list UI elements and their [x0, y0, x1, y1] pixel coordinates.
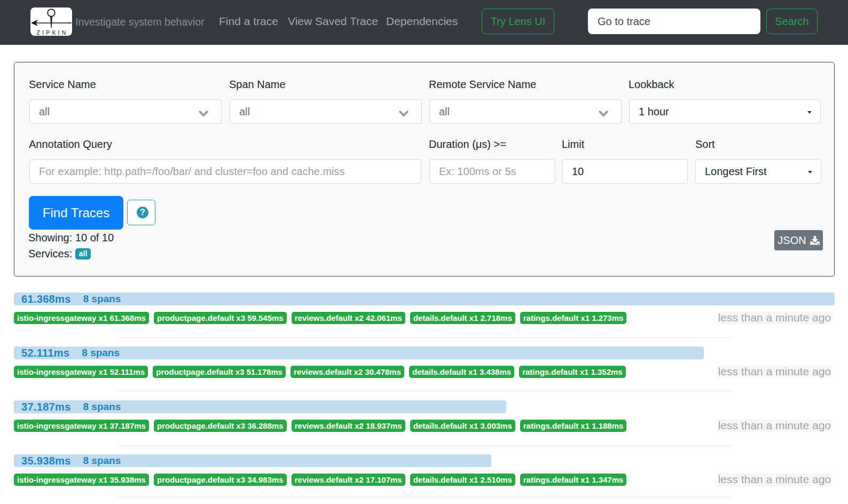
svg-text:ZIPKIN: ZIPKIN — [36, 29, 68, 36]
